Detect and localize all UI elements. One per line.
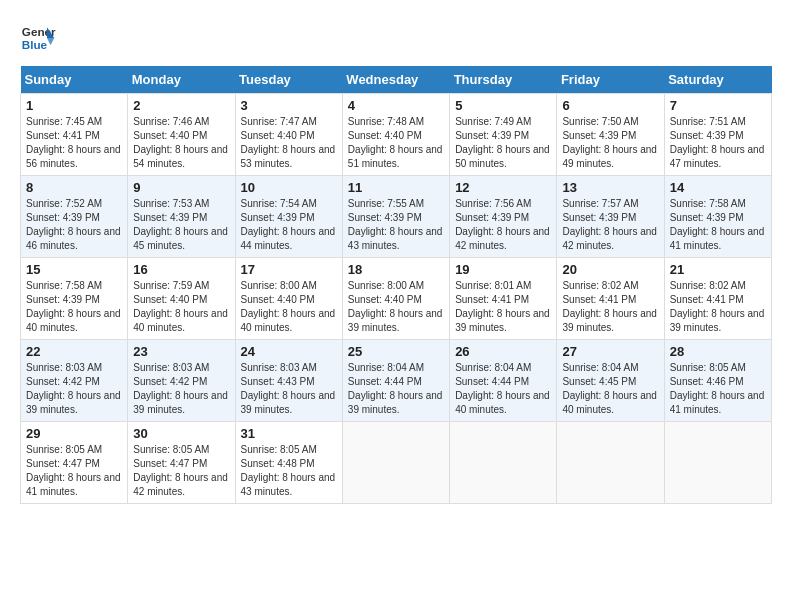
day-number: 17 <box>241 262 337 277</box>
day-info: Sunrise: 7:54 AMSunset: 4:39 PMDaylight:… <box>241 198 336 251</box>
day-info: Sunrise: 7:50 AMSunset: 4:39 PMDaylight:… <box>562 116 657 169</box>
day-number: 3 <box>241 98 337 113</box>
day-info: Sunrise: 8:05 AMSunset: 4:48 PMDaylight:… <box>241 444 336 497</box>
day-number: 6 <box>562 98 658 113</box>
calendar-cell: 14Sunrise: 7:58 AMSunset: 4:39 PMDayligh… <box>664 176 771 258</box>
weekday-header: Thursday <box>450 66 557 94</box>
weekday-header: Friday <box>557 66 664 94</box>
day-number: 27 <box>562 344 658 359</box>
day-number: 10 <box>241 180 337 195</box>
calendar-cell: 1Sunrise: 7:45 AMSunset: 4:41 PMDaylight… <box>21 94 128 176</box>
calendar-week-row: 1Sunrise: 7:45 AMSunset: 4:41 PMDaylight… <box>21 94 772 176</box>
logo-icon: General Blue <box>20 20 56 56</box>
day-number: 19 <box>455 262 551 277</box>
day-number: 14 <box>670 180 766 195</box>
day-number: 24 <box>241 344 337 359</box>
calendar-cell: 20Sunrise: 8:02 AMSunset: 4:41 PMDayligh… <box>557 258 664 340</box>
calendar-cell: 25Sunrise: 8:04 AMSunset: 4:44 PMDayligh… <box>342 340 449 422</box>
day-number: 21 <box>670 262 766 277</box>
calendar-cell: 18Sunrise: 8:00 AMSunset: 4:40 PMDayligh… <box>342 258 449 340</box>
day-info: Sunrise: 7:57 AMSunset: 4:39 PMDaylight:… <box>562 198 657 251</box>
day-info: Sunrise: 8:03 AMSunset: 4:42 PMDaylight:… <box>133 362 228 415</box>
weekday-header: Tuesday <box>235 66 342 94</box>
day-number: 16 <box>133 262 229 277</box>
day-info: Sunrise: 8:03 AMSunset: 4:42 PMDaylight:… <box>26 362 121 415</box>
day-number: 13 <box>562 180 658 195</box>
day-number: 18 <box>348 262 444 277</box>
day-info: Sunrise: 7:58 AMSunset: 4:39 PMDaylight:… <box>26 280 121 333</box>
calendar-week-row: 15Sunrise: 7:58 AMSunset: 4:39 PMDayligh… <box>21 258 772 340</box>
calendar-cell: 26Sunrise: 8:04 AMSunset: 4:44 PMDayligh… <box>450 340 557 422</box>
day-info: Sunrise: 8:01 AMSunset: 4:41 PMDaylight:… <box>455 280 550 333</box>
day-number: 7 <box>670 98 766 113</box>
day-number: 4 <box>348 98 444 113</box>
day-info: Sunrise: 8:04 AMSunset: 4:44 PMDaylight:… <box>348 362 443 415</box>
calendar-cell: 28Sunrise: 8:05 AMSunset: 4:46 PMDayligh… <box>664 340 771 422</box>
day-number: 20 <box>562 262 658 277</box>
day-number: 31 <box>241 426 337 441</box>
svg-marker-3 <box>47 38 54 45</box>
svg-text:Blue: Blue <box>22 38 48 51</box>
calendar-cell: 4Sunrise: 7:48 AMSunset: 4:40 PMDaylight… <box>342 94 449 176</box>
calendar-cell: 10Sunrise: 7:54 AMSunset: 4:39 PMDayligh… <box>235 176 342 258</box>
day-number: 22 <box>26 344 122 359</box>
calendar-cell <box>342 422 449 504</box>
day-number: 12 <box>455 180 551 195</box>
day-info: Sunrise: 7:56 AMSunset: 4:39 PMDaylight:… <box>455 198 550 251</box>
day-number: 8 <box>26 180 122 195</box>
day-number: 15 <box>26 262 122 277</box>
calendar-cell: 3Sunrise: 7:47 AMSunset: 4:40 PMDaylight… <box>235 94 342 176</box>
calendar-cell: 13Sunrise: 7:57 AMSunset: 4:39 PMDayligh… <box>557 176 664 258</box>
calendar-table: SundayMondayTuesdayWednesdayThursdayFrid… <box>20 66 772 504</box>
weekday-header: Wednesday <box>342 66 449 94</box>
day-number: 28 <box>670 344 766 359</box>
day-number: 11 <box>348 180 444 195</box>
calendar-cell: 29Sunrise: 8:05 AMSunset: 4:47 PMDayligh… <box>21 422 128 504</box>
calendar-cell: 5Sunrise: 7:49 AMSunset: 4:39 PMDaylight… <box>450 94 557 176</box>
calendar-cell: 17Sunrise: 8:00 AMSunset: 4:40 PMDayligh… <box>235 258 342 340</box>
calendar-cell: 22Sunrise: 8:03 AMSunset: 4:42 PMDayligh… <box>21 340 128 422</box>
weekday-header: Saturday <box>664 66 771 94</box>
page-header: General Blue <box>20 20 772 56</box>
calendar-cell: 15Sunrise: 7:58 AMSunset: 4:39 PMDayligh… <box>21 258 128 340</box>
calendar-week-row: 29Sunrise: 8:05 AMSunset: 4:47 PMDayligh… <box>21 422 772 504</box>
calendar-cell: 31Sunrise: 8:05 AMSunset: 4:48 PMDayligh… <box>235 422 342 504</box>
day-number: 1 <box>26 98 122 113</box>
weekday-header: Monday <box>128 66 235 94</box>
day-info: Sunrise: 8:00 AMSunset: 4:40 PMDaylight:… <box>241 280 336 333</box>
day-info: Sunrise: 8:04 AMSunset: 4:44 PMDaylight:… <box>455 362 550 415</box>
day-info: Sunrise: 8:03 AMSunset: 4:43 PMDaylight:… <box>241 362 336 415</box>
calendar-cell: 9Sunrise: 7:53 AMSunset: 4:39 PMDaylight… <box>128 176 235 258</box>
calendar-cell: 12Sunrise: 7:56 AMSunset: 4:39 PMDayligh… <box>450 176 557 258</box>
day-info: Sunrise: 7:47 AMSunset: 4:40 PMDaylight:… <box>241 116 336 169</box>
calendar-cell <box>664 422 771 504</box>
weekday-header: Sunday <box>21 66 128 94</box>
calendar-cell: 27Sunrise: 8:04 AMSunset: 4:45 PMDayligh… <box>557 340 664 422</box>
day-info: Sunrise: 7:52 AMSunset: 4:39 PMDaylight:… <box>26 198 121 251</box>
day-info: Sunrise: 7:58 AMSunset: 4:39 PMDaylight:… <box>670 198 765 251</box>
day-info: Sunrise: 7:45 AMSunset: 4:41 PMDaylight:… <box>26 116 121 169</box>
day-info: Sunrise: 8:00 AMSunset: 4:40 PMDaylight:… <box>348 280 443 333</box>
day-number: 26 <box>455 344 551 359</box>
calendar-cell: 16Sunrise: 7:59 AMSunset: 4:40 PMDayligh… <box>128 258 235 340</box>
day-number: 2 <box>133 98 229 113</box>
calendar-cell: 7Sunrise: 7:51 AMSunset: 4:39 PMDaylight… <box>664 94 771 176</box>
calendar-cell: 30Sunrise: 8:05 AMSunset: 4:47 PMDayligh… <box>128 422 235 504</box>
day-info: Sunrise: 7:46 AMSunset: 4:40 PMDaylight:… <box>133 116 228 169</box>
day-info: Sunrise: 8:02 AMSunset: 4:41 PMDaylight:… <box>562 280 657 333</box>
calendar-week-row: 8Sunrise: 7:52 AMSunset: 4:39 PMDaylight… <box>21 176 772 258</box>
calendar-week-row: 22Sunrise: 8:03 AMSunset: 4:42 PMDayligh… <box>21 340 772 422</box>
weekday-header-row: SundayMondayTuesdayWednesdayThursdayFrid… <box>21 66 772 94</box>
day-number: 29 <box>26 426 122 441</box>
day-info: Sunrise: 8:05 AMSunset: 4:46 PMDaylight:… <box>670 362 765 415</box>
day-number: 5 <box>455 98 551 113</box>
calendar-cell: 2Sunrise: 7:46 AMSunset: 4:40 PMDaylight… <box>128 94 235 176</box>
logo: General Blue <box>20 20 56 56</box>
day-info: Sunrise: 7:55 AMSunset: 4:39 PMDaylight:… <box>348 198 443 251</box>
day-number: 9 <box>133 180 229 195</box>
day-info: Sunrise: 8:05 AMSunset: 4:47 PMDaylight:… <box>133 444 228 497</box>
calendar-cell: 24Sunrise: 8:03 AMSunset: 4:43 PMDayligh… <box>235 340 342 422</box>
calendar-cell: 8Sunrise: 7:52 AMSunset: 4:39 PMDaylight… <box>21 176 128 258</box>
day-number: 25 <box>348 344 444 359</box>
calendar-cell: 6Sunrise: 7:50 AMSunset: 4:39 PMDaylight… <box>557 94 664 176</box>
